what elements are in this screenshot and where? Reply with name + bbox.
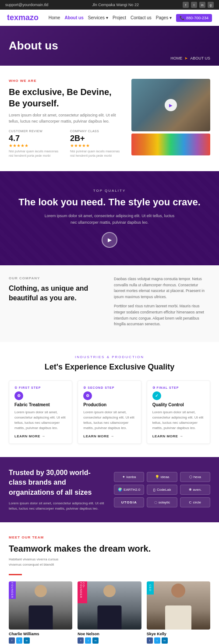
who-right: ▶ [131, 79, 210, 158]
top-bar-email: support@yourdomain.tld [5, 3, 48, 7]
step1-title: Fabric Treatment [14, 402, 67, 407]
stat-company-class: COMPANY CLASS 2B+ ★★★★★ Nisi pulvinar qu… [70, 130, 125, 158]
member1-social: f t in [9, 637, 72, 644]
play-button[interactable]: ▶ [165, 99, 177, 111]
member1-linkedin-icon[interactable]: in [24, 637, 30, 644]
member3-social: f t in [147, 637, 210, 644]
step-card-1: ① FIRST STEP ⚙ Fabric Treatment Lorem ip… [9, 380, 72, 444]
step2-title: Production [83, 402, 135, 407]
company-left: OUR COMPANY Clothing, as unique and beau… [9, 276, 105, 331]
logo-mazo: mazo [18, 13, 39, 22]
company-label: OUR COMPANY [9, 276, 105, 280]
step2-desc: Lorem ipsum dolor sit amet, consectetur … [83, 410, 135, 431]
breadcrumb-home[interactable]: HOME [170, 56, 182, 60]
earth-icon: 🌍 [118, 488, 122, 492]
member2-facebook-icon[interactable]: f [78, 637, 84, 644]
team-section: MEET OUR TEAM Teamwork makes the dream w… [0, 522, 219, 644]
who-desc: Lorem ipsum dolor sit amet, consectetur … [9, 113, 125, 124]
top-bar: support@yourdomain.tld Jln Cempaka Wangi… [0, 0, 219, 10]
quality-section: TOP QUALITY The look you need. The style… [0, 171, 219, 265]
company-text1: Daobas class volutpat magna consutia tem… [114, 276, 210, 300]
member2-role: CO-FOUNDER [78, 581, 87, 603]
step3-desc: Lorem ipsum dolor sit amet, consectetur … [152, 410, 205, 431]
brand-aven: ❋ aven. [180, 485, 210, 495]
step1-learn-more[interactable]: LEARN MORE → [14, 434, 67, 438]
step3-learn-more[interactable]: LEARN MORE → [152, 434, 205, 438]
step1-icon: ⚙ [14, 391, 23, 400]
stat1-stars: ★★★★★ [9, 143, 64, 148]
nav-home[interactable]: Home [49, 15, 60, 20]
facebook-icon[interactable]: f [183, 2, 189, 8]
steps-grid: ① FIRST STEP ⚙ Fabric Treatment Lorem ip… [9, 380, 210, 444]
step-card-2: ② SECOND STEP ⚙ Production Lorem ipsum d… [78, 380, 141, 444]
trusted-right: ✦ kanba 💡 ideaa ⬡ hexa 🌍 EARTH2.0 {} Cod… [114, 472, 210, 507]
member1-photo-bg [9, 581, 72, 630]
breadcrumb: HOME ➤ ABOUT US [170, 56, 210, 60]
quality-heading: The look you need. The style you crave. [9, 196, 210, 209]
member3-name: Skye Kelly [147, 632, 210, 636]
phone-icon: 📞 [180, 16, 184, 20]
video-thumbnail[interactable]: ▶ [131, 79, 210, 131]
trusted-heading: Trusted by 30,000 world-class brands and… [9, 468, 105, 497]
quality-label: TOP QUALITY [9, 189, 210, 193]
team-label: MEET OUR TEAM [9, 535, 210, 539]
member2-name: Noe Nelson [78, 632, 141, 636]
team-member-2: CO-FOUNDER Noe Nelson f t in [78, 581, 141, 644]
member2-photo: CO-FOUNDER [78, 581, 141, 630]
nav-pages[interactable]: Pages ▾ [156, 15, 172, 20]
twitter-icon[interactable]: t [191, 2, 197, 8]
company-text2: Porttitor sed risus rutrum laoreet morbi… [114, 303, 210, 327]
brand-circle: C circle [180, 497, 210, 507]
main-nav: Home About us Services ▾ Project Contact… [49, 14, 212, 22]
member3-linkedin-icon[interactable]: in [162, 637, 168, 644]
brand-solaytic: ◌ solaytic [147, 497, 177, 507]
who-left: WHO WE ARE Be exclusive, Be Devine, Be y… [9, 79, 125, 158]
top-bar-address: Jln Cempaka Wangi No 22 [92, 3, 139, 7]
member2-linkedin-icon[interactable]: in [92, 637, 99, 644]
logo[interactable]: texmazo [7, 13, 39, 22]
member2-twitter-icon[interactable]: t [85, 637, 91, 644]
stat1-desc: Nisi pulvinar quam iaculis maecenas nisl… [9, 149, 64, 158]
breadcrumb-current: ABOUT US [190, 56, 210, 60]
brand-codelab: {} CodeLab [147, 485, 177, 495]
industries-label: INDUSTRIES & PRODUCTION [9, 355, 210, 359]
solaytic-icon: ◌ [154, 500, 157, 504]
trusted-section: Trusted by 30,000 world-class brands and… [0, 457, 219, 522]
brand-hexa: ⬡ hexa [180, 472, 210, 482]
brand-earth: 🌍 EARTH2.0 [114, 485, 144, 495]
team-member-1: FOUNDER Charlie Williams f t in [9, 581, 72, 644]
brand-kanba: ✦ kanba [114, 472, 144, 482]
quality-play-button[interactable]: ▶ [102, 232, 117, 248]
member1-photo: FOUNDER [9, 581, 72, 630]
instagram-icon[interactable]: in [199, 2, 205, 8]
nav-contact[interactable]: Contact us [131, 15, 152, 20]
googleplus-icon[interactable]: g [208, 2, 214, 8]
step3-title: Quality Control [152, 402, 205, 407]
header: texmazo Home About us Services ▾ Project… [0, 10, 219, 26]
member1-role: FOUNDER [9, 581, 16, 599]
member1-facebook-icon[interactable]: f [9, 637, 15, 644]
team-member-3: CEO Skye Kelly f t in [147, 581, 210, 644]
industries-heading: Let's Experience Exclusive Quality [9, 362, 210, 372]
industries-section: INDUSTRIES & PRODUCTION Let's Experience… [0, 342, 219, 457]
stat1-label: CUSTOMER REVIEW [9, 130, 64, 133]
member1-twitter-icon[interactable]: t [16, 637, 22, 644]
step3-icon: ✓ [152, 391, 161, 400]
logo-tex: tex [7, 13, 18, 22]
nav-about[interactable]: About us [64, 15, 83, 20]
red-line [9, 574, 22, 575]
who-label: WHO WE ARE [9, 79, 125, 83]
nav-project[interactable]: Project [113, 15, 126, 20]
member3-role: CEO [147, 581, 154, 595]
brand-utosia: UTOSIA [114, 497, 144, 507]
color-strips [131, 134, 210, 155]
quality-desc: Lorem ipsum dolor sit amet, consectetur … [44, 213, 175, 225]
step2-learn-more[interactable]: LEARN MORE → [83, 434, 135, 438]
nav-services[interactable]: Services ▾ [88, 15, 108, 20]
member3-twitter-icon[interactable]: t [154, 637, 160, 644]
member3-facebook-icon[interactable]: f [147, 637, 153, 644]
breadcrumb-arrow: ➤ [184, 56, 188, 60]
nav-phone[interactable]: 📞 880-700-234 [176, 14, 212, 22]
top-bar-socials: f t in g [183, 2, 214, 8]
hero-title: About us [9, 39, 210, 53]
